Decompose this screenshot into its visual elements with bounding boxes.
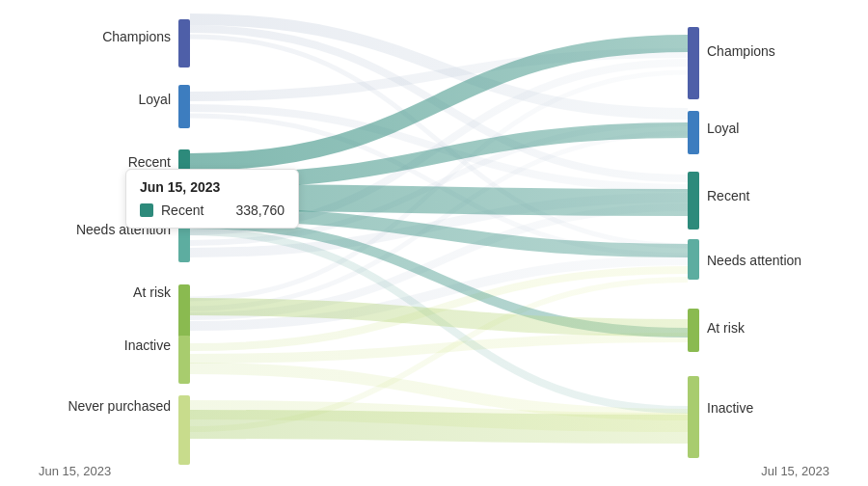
date-label-right: Jul 15, 2023 bbox=[761, 464, 829, 478]
svg-rect-7 bbox=[688, 27, 699, 99]
left-label-champions: Champions bbox=[0, 29, 171, 44]
tooltip-date: Jun 15, 2023 bbox=[140, 179, 285, 195]
svg-rect-9 bbox=[688, 172, 699, 230]
right-label-at-risk: At risk bbox=[707, 320, 868, 336]
tooltip: Jun 15, 2023 Recent 338,760 bbox=[125, 169, 299, 229]
svg-rect-1 bbox=[178, 85, 190, 128]
svg-rect-11 bbox=[688, 309, 699, 352]
svg-rect-0 bbox=[178, 19, 190, 68]
right-label-champions: Champions bbox=[707, 43, 868, 59]
svg-rect-12 bbox=[688, 376, 699, 458]
sankey-chart: Champions Loyal Recent Needs attention A… bbox=[0, 0, 868, 486]
left-label-recent: Recent bbox=[0, 154, 171, 170]
right-label-loyal: Loyal bbox=[707, 121, 868, 136]
svg-rect-8 bbox=[688, 111, 699, 154]
left-label-at-risk: At risk bbox=[0, 284, 171, 300]
left-label-inactive: Inactive bbox=[0, 338, 171, 353]
right-label-inactive: Inactive bbox=[707, 400, 868, 416]
svg-rect-10 bbox=[688, 239, 699, 280]
svg-rect-5 bbox=[178, 336, 190, 384]
date-label-left: Jun 15, 2023 bbox=[39, 464, 111, 478]
svg-rect-6 bbox=[178, 395, 190, 465]
left-label-loyal: Loyal bbox=[0, 92, 171, 107]
right-label-needs-attention: Needs attention bbox=[707, 253, 868, 268]
tooltip-segment-value: 338,760 bbox=[235, 202, 285, 218]
tooltip-segment-label: Recent bbox=[161, 202, 228, 218]
right-label-recent: Recent bbox=[707, 188, 868, 203]
svg-rect-4 bbox=[178, 284, 190, 338]
left-label-never-purchased: Never purchased bbox=[0, 398, 171, 414]
sankey-svg bbox=[178, 0, 699, 486]
left-labels: Champions Loyal Recent Needs attention A… bbox=[0, 0, 178, 486]
right-labels: Champions Loyal Recent Needs attention A… bbox=[699, 0, 868, 486]
tooltip-row: Recent 338,760 bbox=[140, 202, 285, 218]
tooltip-color-swatch bbox=[140, 203, 153, 217]
